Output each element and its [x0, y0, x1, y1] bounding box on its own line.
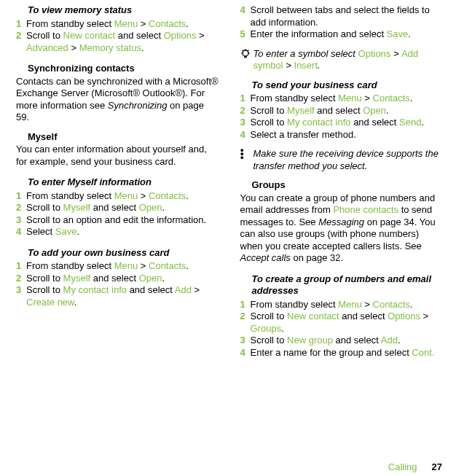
text: .	[386, 105, 389, 116]
paragraph: You can create a group of phone numbers …	[240, 192, 444, 265]
step: 3 Scroll to New group and select Add.	[240, 335, 444, 347]
text: >	[362, 93, 373, 104]
text: Scroll to	[26, 30, 63, 41]
step-text: Scroll to New contact and select Options…	[251, 311, 444, 335]
menu-link: Create new	[26, 297, 74, 308]
tip-text: To enter a symbol select Options > Add s…	[253, 48, 444, 72]
step: 3 Scroll to My contact info and select S…	[240, 117, 444, 129]
step: 2 Scroll to Myself and select Open.	[240, 105, 444, 117]
step: 4 Scroll between tabs and select the fie…	[240, 4, 444, 28]
reference-ital: Synchronizing	[108, 100, 168, 111]
heading-send-business-card: To send your business card	[252, 79, 444, 92]
menu-link: Contacts	[149, 190, 186, 201]
text: >	[138, 190, 149, 201]
step-number: 1	[16, 190, 26, 203]
step: 4 Select a transfer method.	[240, 129, 444, 141]
menu-link: Contacts	[149, 260, 186, 271]
step: 1 From standby select Menu > Contacts.	[240, 299, 444, 311]
lightbulb-icon	[240, 48, 253, 64]
text: Scroll to	[251, 117, 288, 128]
step-text: Scroll to New contact and select Options…	[26, 30, 220, 54]
step-text: Scroll to Myself and select Open.	[26, 202, 220, 214]
text: >	[283, 60, 294, 71]
step-number: 2	[16, 30, 26, 54]
menu-link: Groups	[251, 323, 282, 334]
tip-text: Make sure the receiving device supports …	[253, 148, 444, 172]
text: >	[192, 284, 200, 295]
step-text: Scroll to Myself and select Open.	[251, 105, 444, 117]
menu-link: Memory status	[79, 42, 141, 53]
footer-section: Calling	[388, 461, 417, 472]
text: .	[74, 297, 77, 308]
menu-link: Phone contacts	[333, 204, 398, 215]
step-number: 2	[240, 311, 251, 335]
text: >	[138, 260, 149, 271]
text: .	[410, 93, 413, 104]
step-number: 3	[16, 214, 26, 227]
step-text: From standby select Menu > Contacts.	[26, 18, 220, 31]
step: 1 From standby select Menu > Contacts.	[16, 190, 220, 203]
step-number: 1	[16, 260, 26, 273]
step-text: Scroll between tabs and select the field…	[251, 4, 444, 28]
step-text: From standby select Menu > Contacts.	[251, 299, 444, 311]
step-number: 4	[16, 226, 26, 238]
svg-point-0	[243, 50, 248, 56]
step-number: 4	[240, 347, 251, 359]
text: .	[408, 28, 411, 39]
menu-link: Send	[399, 117, 421, 128]
text: and select	[315, 105, 363, 116]
menu-link: Menu	[114, 260, 138, 271]
step-text: Select a transfer method.	[251, 129, 444, 141]
menu-link: New contact	[287, 311, 339, 321]
text: .	[162, 273, 165, 284]
text: To enter a symbol select	[253, 48, 358, 59]
menu-link: Menu	[338, 299, 362, 310]
step-text: Enter the information and select Save.	[251, 28, 444, 41]
step-text: Enter a name for the group and select Co…	[251, 347, 444, 359]
text: and select	[127, 284, 175, 295]
paragraph: You can enter information about yourself…	[16, 144, 220, 168]
right-column: 4 Scroll between tabs and select the fie…	[240, 4, 444, 359]
text: .	[186, 260, 189, 271]
menu-link: Insert	[294, 60, 318, 71]
menu-link: Options	[164, 30, 197, 41]
info-dots-icon: ●●●	[240, 148, 253, 160]
tip-transfer-method: ●●● Make sure the receiving device suppo…	[240, 148, 444, 172]
step-text: Scroll to an option and edit the informa…	[26, 214, 220, 227]
menu-link: Menu	[114, 18, 138, 29]
menu-link: My contact info	[287, 117, 350, 128]
step-number: 3	[240, 117, 251, 129]
step-number: 3	[240, 335, 251, 347]
menu-link: Options	[388, 311, 420, 321]
heading-add-business-card: To add your own business card	[28, 247, 220, 260]
text: >	[68, 42, 79, 53]
menu-link: Contacts	[149, 18, 186, 29]
heading-enter-myself-info: To enter Myself information	[28, 176, 220, 189]
step-number: 2	[240, 105, 251, 117]
text: .	[281, 323, 284, 334]
step-number: 4	[240, 4, 251, 28]
text: .	[76, 226, 79, 237]
menu-link: Open	[363, 105, 386, 116]
text: and select	[351, 117, 400, 128]
step-number: 2	[16, 273, 26, 285]
menu-link: Save	[55, 226, 77, 237]
step-text: From standby select Menu > Contacts.	[251, 93, 444, 105]
text: .	[421, 117, 424, 128]
text: .	[162, 202, 165, 213]
menu-link: Cont.	[412, 347, 434, 358]
text: Scroll to	[251, 105, 288, 116]
text: From standby select	[26, 260, 114, 271]
text: .	[318, 60, 321, 71]
text: Scroll to	[26, 273, 63, 284]
text: on page 32.	[291, 252, 343, 263]
step: 1 From standby select Menu > Contacts.	[240, 93, 444, 105]
step: 4 Enter a name for the group and select …	[240, 347, 444, 359]
menu-link: New contact	[63, 30, 116, 41]
manual-page: To view memory status 1 From standby sel…	[0, 0, 464, 476]
text: and select	[333, 335, 381, 346]
reference-ital: Accept calls	[240, 252, 291, 263]
step: 4 Select Save.	[16, 226, 220, 238]
menu-link: Menu	[338, 93, 362, 104]
step-number: 1	[240, 93, 251, 105]
